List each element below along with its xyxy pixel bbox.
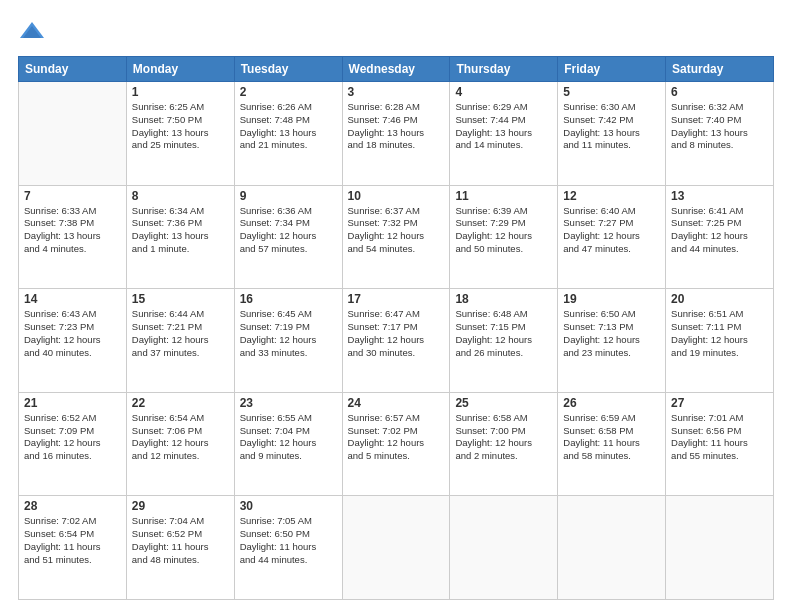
day-number: 8 — [132, 189, 229, 203]
day-number: 9 — [240, 189, 337, 203]
day-info: Sunrise: 6:52 AM Sunset: 7:09 PM Dayligh… — [24, 412, 121, 463]
calendar-cell: 15Sunrise: 6:44 AM Sunset: 7:21 PM Dayli… — [126, 289, 234, 393]
day-number: 14 — [24, 292, 121, 306]
day-number: 24 — [348, 396, 445, 410]
day-info: Sunrise: 6:34 AM Sunset: 7:36 PM Dayligh… — [132, 205, 229, 256]
calendar-cell — [558, 496, 666, 600]
calendar-cell: 29Sunrise: 7:04 AM Sunset: 6:52 PM Dayli… — [126, 496, 234, 600]
day-info: Sunrise: 7:01 AM Sunset: 6:56 PM Dayligh… — [671, 412, 768, 463]
day-number: 20 — [671, 292, 768, 306]
calendar-cell: 13Sunrise: 6:41 AM Sunset: 7:25 PM Dayli… — [666, 185, 774, 289]
day-number: 17 — [348, 292, 445, 306]
day-number: 19 — [563, 292, 660, 306]
day-info: Sunrise: 6:39 AM Sunset: 7:29 PM Dayligh… — [455, 205, 552, 256]
day-number: 26 — [563, 396, 660, 410]
day-info: Sunrise: 6:41 AM Sunset: 7:25 PM Dayligh… — [671, 205, 768, 256]
calendar-week-row: 14Sunrise: 6:43 AM Sunset: 7:23 PM Dayli… — [19, 289, 774, 393]
day-info: Sunrise: 6:43 AM Sunset: 7:23 PM Dayligh… — [24, 308, 121, 359]
day-number: 4 — [455, 85, 552, 99]
calendar-week-row: 7Sunrise: 6:33 AM Sunset: 7:38 PM Daylig… — [19, 185, 774, 289]
calendar-table: SundayMondayTuesdayWednesdayThursdayFrid… — [18, 56, 774, 600]
calendar-cell — [342, 496, 450, 600]
day-info: Sunrise: 6:54 AM Sunset: 7:06 PM Dayligh… — [132, 412, 229, 463]
day-number: 22 — [132, 396, 229, 410]
calendar-cell — [666, 496, 774, 600]
day-number: 5 — [563, 85, 660, 99]
calendar-cell: 14Sunrise: 6:43 AM Sunset: 7:23 PM Dayli… — [19, 289, 127, 393]
day-info: Sunrise: 6:44 AM Sunset: 7:21 PM Dayligh… — [132, 308, 229, 359]
calendar-cell: 12Sunrise: 6:40 AM Sunset: 7:27 PM Dayli… — [558, 185, 666, 289]
day-info: Sunrise: 6:33 AM Sunset: 7:38 PM Dayligh… — [24, 205, 121, 256]
day-info: Sunrise: 6:30 AM Sunset: 7:42 PM Dayligh… — [563, 101, 660, 152]
weekday-header: Sunday — [19, 57, 127, 82]
day-info: Sunrise: 6:25 AM Sunset: 7:50 PM Dayligh… — [132, 101, 229, 152]
day-number: 25 — [455, 396, 552, 410]
day-number: 30 — [240, 499, 337, 513]
calendar-cell: 21Sunrise: 6:52 AM Sunset: 7:09 PM Dayli… — [19, 392, 127, 496]
weekday-header: Thursday — [450, 57, 558, 82]
calendar-cell: 27Sunrise: 7:01 AM Sunset: 6:56 PM Dayli… — [666, 392, 774, 496]
calendar-cell: 17Sunrise: 6:47 AM Sunset: 7:17 PM Dayli… — [342, 289, 450, 393]
calendar-cell: 10Sunrise: 6:37 AM Sunset: 7:32 PM Dayli… — [342, 185, 450, 289]
day-number: 12 — [563, 189, 660, 203]
day-info: Sunrise: 6:26 AM Sunset: 7:48 PM Dayligh… — [240, 101, 337, 152]
weekday-header: Saturday — [666, 57, 774, 82]
calendar-cell: 3Sunrise: 6:28 AM Sunset: 7:46 PM Daylig… — [342, 82, 450, 186]
calendar-cell: 20Sunrise: 6:51 AM Sunset: 7:11 PM Dayli… — [666, 289, 774, 393]
weekday-header: Friday — [558, 57, 666, 82]
day-number: 16 — [240, 292, 337, 306]
calendar-cell: 23Sunrise: 6:55 AM Sunset: 7:04 PM Dayli… — [234, 392, 342, 496]
calendar-cell: 1Sunrise: 6:25 AM Sunset: 7:50 PM Daylig… — [126, 82, 234, 186]
day-info: Sunrise: 6:45 AM Sunset: 7:19 PM Dayligh… — [240, 308, 337, 359]
calendar-week-row: 1Sunrise: 6:25 AM Sunset: 7:50 PM Daylig… — [19, 82, 774, 186]
day-info: Sunrise: 6:58 AM Sunset: 7:00 PM Dayligh… — [455, 412, 552, 463]
weekday-header: Wednesday — [342, 57, 450, 82]
day-number: 7 — [24, 189, 121, 203]
calendar-cell: 16Sunrise: 6:45 AM Sunset: 7:19 PM Dayli… — [234, 289, 342, 393]
day-number: 29 — [132, 499, 229, 513]
day-number: 1 — [132, 85, 229, 99]
day-info: Sunrise: 6:28 AM Sunset: 7:46 PM Dayligh… — [348, 101, 445, 152]
day-info: Sunrise: 6:51 AM Sunset: 7:11 PM Dayligh… — [671, 308, 768, 359]
calendar-cell: 8Sunrise: 6:34 AM Sunset: 7:36 PM Daylig… — [126, 185, 234, 289]
day-number: 28 — [24, 499, 121, 513]
day-info: Sunrise: 6:47 AM Sunset: 7:17 PM Dayligh… — [348, 308, 445, 359]
day-number: 6 — [671, 85, 768, 99]
calendar-cell: 18Sunrise: 6:48 AM Sunset: 7:15 PM Dayli… — [450, 289, 558, 393]
calendar-cell: 5Sunrise: 6:30 AM Sunset: 7:42 PM Daylig… — [558, 82, 666, 186]
calendar-cell: 11Sunrise: 6:39 AM Sunset: 7:29 PM Dayli… — [450, 185, 558, 289]
calendar-cell — [19, 82, 127, 186]
day-info: Sunrise: 7:04 AM Sunset: 6:52 PM Dayligh… — [132, 515, 229, 566]
calendar-cell — [450, 496, 558, 600]
calendar-cell: 25Sunrise: 6:58 AM Sunset: 7:00 PM Dayli… — [450, 392, 558, 496]
day-info: Sunrise: 6:29 AM Sunset: 7:44 PM Dayligh… — [455, 101, 552, 152]
day-info: Sunrise: 7:02 AM Sunset: 6:54 PM Dayligh… — [24, 515, 121, 566]
day-number: 2 — [240, 85, 337, 99]
calendar-week-row: 21Sunrise: 6:52 AM Sunset: 7:09 PM Dayli… — [19, 392, 774, 496]
calendar-week-row: 28Sunrise: 7:02 AM Sunset: 6:54 PM Dayli… — [19, 496, 774, 600]
day-info: Sunrise: 7:05 AM Sunset: 6:50 PM Dayligh… — [240, 515, 337, 566]
weekday-header: Monday — [126, 57, 234, 82]
day-info: Sunrise: 6:57 AM Sunset: 7:02 PM Dayligh… — [348, 412, 445, 463]
day-number: 15 — [132, 292, 229, 306]
day-number: 27 — [671, 396, 768, 410]
calendar-cell: 19Sunrise: 6:50 AM Sunset: 7:13 PM Dayli… — [558, 289, 666, 393]
calendar-cell: 30Sunrise: 7:05 AM Sunset: 6:50 PM Dayli… — [234, 496, 342, 600]
day-info: Sunrise: 6:50 AM Sunset: 7:13 PM Dayligh… — [563, 308, 660, 359]
calendar-cell: 28Sunrise: 7:02 AM Sunset: 6:54 PM Dayli… — [19, 496, 127, 600]
logo — [18, 18, 50, 46]
header — [18, 18, 774, 46]
calendar-cell: 2Sunrise: 6:26 AM Sunset: 7:48 PM Daylig… — [234, 82, 342, 186]
weekday-header: Tuesday — [234, 57, 342, 82]
day-info: Sunrise: 6:37 AM Sunset: 7:32 PM Dayligh… — [348, 205, 445, 256]
calendar-cell: 26Sunrise: 6:59 AM Sunset: 6:58 PM Dayli… — [558, 392, 666, 496]
day-info: Sunrise: 6:48 AM Sunset: 7:15 PM Dayligh… — [455, 308, 552, 359]
day-number: 18 — [455, 292, 552, 306]
day-number: 13 — [671, 189, 768, 203]
day-info: Sunrise: 6:36 AM Sunset: 7:34 PM Dayligh… — [240, 205, 337, 256]
logo-icon — [18, 18, 46, 46]
weekday-header-row: SundayMondayTuesdayWednesdayThursdayFrid… — [19, 57, 774, 82]
calendar-cell: 7Sunrise: 6:33 AM Sunset: 7:38 PM Daylig… — [19, 185, 127, 289]
calendar-cell: 6Sunrise: 6:32 AM Sunset: 7:40 PM Daylig… — [666, 82, 774, 186]
day-info: Sunrise: 6:55 AM Sunset: 7:04 PM Dayligh… — [240, 412, 337, 463]
